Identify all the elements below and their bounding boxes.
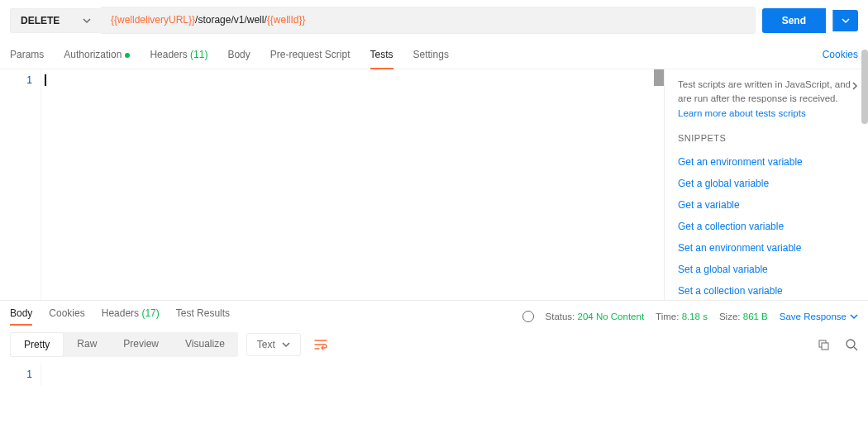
size-meta: Size: 861 B	[719, 312, 768, 321]
chevron-down-icon	[282, 340, 290, 349]
cookies-link[interactable]: Cookies	[823, 49, 858, 60]
response-gutter: 1	[0, 364, 41, 386]
snippet-item[interactable]: Get a collection variable	[678, 216, 855, 237]
time-meta: Time: 8.18 s	[656, 312, 708, 321]
view-preview-button[interactable]: Preview	[110, 332, 172, 357]
editor-cursor	[45, 74, 46, 86]
tab-prerequest[interactable]: Pre-request Script	[270, 40, 351, 69]
sidebar-info-text: Test scripts are written in JavaScript, …	[678, 78, 855, 107]
tab-tests[interactable]: Tests	[370, 40, 393, 69]
status-meta: Status: 204 No Content	[546, 312, 645, 321]
format-select[interactable]: Text	[246, 333, 301, 356]
resp-tab-body[interactable]: Body	[10, 307, 32, 326]
send-dropdown-button[interactable]	[832, 10, 858, 31]
url-variable: {{welldeliveryURL}}	[111, 14, 195, 26]
search-icon[interactable]	[845, 338, 858, 351]
copy-icon[interactable]	[817, 338, 830, 351]
svg-rect-1	[822, 343, 828, 350]
auth-active-dot-icon	[125, 53, 130, 58]
resp-tab-cookies[interactable]: Cookies	[49, 307, 84, 326]
view-mode-segmented: Pretty Raw Preview Visualize	[10, 332, 238, 357]
response-body-editor[interactable]: 1	[0, 364, 868, 386]
send-button[interactable]: Send	[762, 8, 826, 33]
learn-more-link[interactable]: Learn more about tests scripts	[678, 108, 855, 118]
editor-gutter: 1	[0, 69, 41, 300]
chevron-right-icon[interactable]	[850, 81, 860, 91]
wrap-lines-button[interactable]	[308, 334, 334, 355]
svg-point-2	[847, 340, 855, 348]
minimap-marker	[654, 69, 664, 86]
tab-settings[interactable]: Settings	[413, 40, 449, 69]
url-variable: {{wellId}}	[267, 14, 306, 26]
snippet-item[interactable]: Get an environment variable	[678, 151, 855, 173]
tab-body[interactable]: Body	[227, 40, 250, 69]
snippets-header: SNIPPETS	[678, 133, 855, 143]
snippet-item[interactable]: Set an environment variable	[678, 237, 855, 259]
view-raw-button[interactable]: Raw	[64, 332, 110, 357]
tab-params[interactable]: Params	[10, 40, 44, 69]
resp-tab-test-results[interactable]: Test Results	[176, 307, 230, 326]
save-response-button[interactable]: Save Response	[780, 312, 858, 321]
snippet-item[interactable]: Set a collection variable	[678, 280, 855, 301]
http-method-select[interactable]: DELETE	[10, 8, 101, 33]
chevron-down-icon	[83, 17, 91, 25]
snippets-sidebar: Test scripts are written in JavaScript, …	[665, 69, 868, 300]
resp-tab-headers[interactable]: Headers (17)	[102, 307, 160, 326]
view-pretty-button[interactable]: Pretty	[10, 332, 64, 357]
http-method-value: DELETE	[21, 15, 60, 26]
url-path: /storage/v1/well/	[195, 14, 267, 26]
url-input[interactable]: {{welldeliveryURL}}/storage/v1/well/{{we…	[101, 7, 756, 34]
wrap-icon	[314, 339, 327, 350]
globe-icon[interactable]	[522, 311, 534, 322]
snippet-item[interactable]: Set a global variable	[678, 259, 855, 280]
editor-body[interactable]	[41, 69, 664, 300]
scrollbar-thumb[interactable]	[861, 50, 868, 124]
tests-code-editor[interactable]: 1	[0, 69, 665, 300]
snippet-item[interactable]: Get a global variable	[678, 173, 855, 194]
svg-line-3	[854, 347, 857, 350]
view-visualize-button[interactable]: Visualize	[172, 332, 238, 357]
chevron-down-icon	[850, 312, 858, 321]
snippet-item[interactable]: Get a variable	[678, 194, 855, 216]
tab-headers[interactable]: Headers (11)	[150, 40, 207, 69]
tab-authorization[interactable]: Authorization	[64, 40, 130, 69]
